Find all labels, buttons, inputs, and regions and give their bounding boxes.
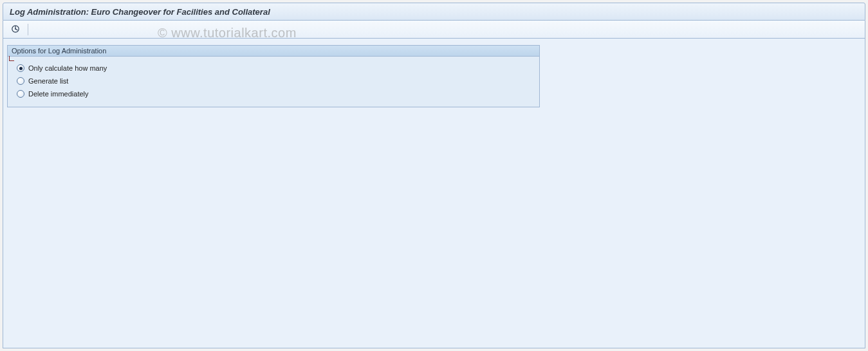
radio-delete-immediately[interactable]: Delete immediately — [17, 87, 530, 100]
svg-point-3 — [15, 28, 16, 30]
content-area: Options for Log Administration Only calc… — [3, 39, 865, 348]
radio-only-calculate[interactable]: Only calculate how many — [17, 62, 530, 75]
options-groupbox: Options for Log Administration Only calc… — [7, 45, 540, 107]
group-corner-marker — [9, 56, 14, 61]
title-bar: Log Administration: Euro Changeover for … — [3, 3, 865, 21]
radio-generate-list[interactable]: Generate list — [17, 75, 530, 87]
radio-icon — [17, 90, 24, 98]
radio-label: Generate list — [28, 77, 68, 85]
toolbar-separator — [28, 24, 28, 35]
toolbar — [3, 21, 865, 39]
app-frame: Log Administration: Euro Changeover for … — [0, 0, 868, 351]
groupbox-title: Options for Log Administration — [8, 46, 539, 57]
radio-icon — [17, 77, 24, 85]
page-title: Log Administration: Euro Changeover for … — [10, 7, 270, 17]
execute-button[interactable] — [8, 22, 23, 37]
radio-icon — [17, 64, 24, 72]
execute-icon — [11, 24, 20, 35]
radio-label: Delete immediately — [28, 90, 89, 98]
groupbox-body: Only calculate how many Generate list De… — [8, 57, 539, 107]
radio-label: Only calculate how many — [28, 64, 107, 72]
